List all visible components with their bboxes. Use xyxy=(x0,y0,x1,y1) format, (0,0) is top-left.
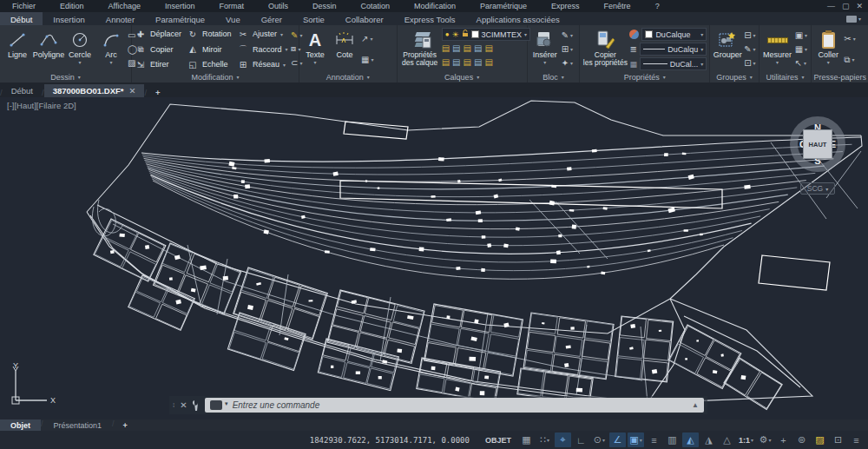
minimize-icon[interactable]: — xyxy=(827,2,835,10)
ribbon-tab-express-tools[interactable]: Express Tools xyxy=(394,12,466,25)
paste-dropdown-caret[interactable]: ▾ xyxy=(827,60,830,66)
ribbon-tab-gérer[interactable]: Gérer xyxy=(251,12,293,25)
new-drawing-tab-button[interactable]: + xyxy=(147,88,169,97)
menu-item-outils[interactable]: Outils xyxy=(256,2,300,10)
viewcube[interactable]: N O E S HAUT SCG▾ xyxy=(779,106,856,195)
restore-icon[interactable]: ▢ xyxy=(842,2,850,10)
arc-dropdown-caret[interactable]: ▾ xyxy=(109,60,112,66)
ucs-selector-button[interactable]: SCG▾ xyxy=(800,182,835,195)
panel-label-dessin[interactable]: Dessin▾ xyxy=(0,71,131,83)
menu-item-affichage[interactable]: Affichage xyxy=(96,2,153,10)
model-space-button[interactable]: OBJET xyxy=(480,436,516,445)
ribbon-tab-vue[interactable]: Vue xyxy=(215,12,251,25)
grid-icon[interactable]: ▦ xyxy=(518,432,535,447)
layer-tool-icon[interactable]: ▤ xyxy=(464,58,471,67)
viewport-controls-label[interactable]: [-][Haut][Filaire 2D] xyxy=(7,101,76,110)
menu-item-fichier[interactable]: Fichier xyxy=(0,2,48,10)
annotation-autoscale-icon[interactable]: ◮ xyxy=(700,432,717,447)
miroir-button[interactable]: ◭Miroir xyxy=(187,43,237,56)
layer-tool-icon[interactable]: ▤ xyxy=(484,44,492,53)
raccord-dropdown-caret[interactable]: ▾ xyxy=(286,46,288,52)
copy-clip-button[interactable]: ⧉▾ xyxy=(844,53,855,66)
déplacer-button[interactable]: ✚Déplacer xyxy=(135,27,187,41)
leader-button[interactable]: ↗▾ xyxy=(361,32,373,45)
command-line-dock[interactable]: ⁞ ✕ Entrez une commande ▲ xyxy=(169,396,707,414)
ribbon-tab-début[interactable]: Début xyxy=(0,12,43,25)
quick-select-button[interactable]: ▣▾ xyxy=(795,29,807,42)
plus-icon[interactable]: + xyxy=(775,432,792,447)
polar-tracking-icon[interactable]: ⊙▾ xyxy=(591,432,608,447)
ribbon-tab-paramétrique[interactable]: Paramétrique xyxy=(145,12,215,25)
edit-attributes-button[interactable]: ✎▾ xyxy=(562,29,573,42)
block-editor-button[interactable]: ✦▾ xyxy=(562,56,573,69)
clean-screen-icon[interactable]: ⊡ xyxy=(830,432,846,447)
command-history-caret[interactable]: ▲ xyxy=(692,401,699,409)
layout-tab-présentation1[interactable]: Présentation1 xyxy=(43,419,113,431)
ribbon-tab-annoter[interactable]: Annoter xyxy=(95,12,145,25)
group-edit-button[interactable]: ✎▾ xyxy=(744,43,755,56)
group-button[interactable]: Grouper xyxy=(713,27,742,71)
layout-tab-objet[interactable]: Objet xyxy=(0,419,41,431)
osnap-tracking-icon[interactable]: ∠ xyxy=(609,432,626,447)
annotation-scale-icon[interactable]: △ xyxy=(719,432,735,447)
echelle-button[interactable]: ◱Echelle xyxy=(187,57,237,71)
réseau-dropdown-caret[interactable]: ▾ xyxy=(283,62,286,68)
menu-item-edition[interactable]: Edition xyxy=(48,2,96,10)
group-select-button[interactable]: ⊡▾ xyxy=(744,56,755,69)
ribbon-tab-collaborer[interactable]: Collaborer xyxy=(335,12,394,25)
panel-label-calques[interactable]: Calques▾ xyxy=(398,71,527,83)
menu-item-express[interactable]: Express xyxy=(539,2,592,10)
color-dropdown[interactable]: DuCalque ▾ xyxy=(641,28,707,41)
layer-tool-icon[interactable]: ▤ xyxy=(484,58,492,67)
panel-label-proprietes[interactable]: Propriétés▾ xyxy=(580,71,709,83)
viewcube-ring[interactable]: N O E S HAUT xyxy=(790,116,845,172)
layer-dropdown[interactable]: ● ☀ 3CIMMTEX ▾ xyxy=(442,28,530,41)
layer-properties-button[interactable]: Propriétés des calque xyxy=(400,27,440,71)
text-button[interactable]: A Texte ▾ xyxy=(302,27,328,71)
drawing-canvas[interactable]: [-][Haut][Filaire 2D] N O E S HAUT SCG▾ … xyxy=(0,97,868,419)
table-button[interactable]: ▦▾ xyxy=(361,53,373,66)
command-wrench-icon[interactable] xyxy=(192,399,201,412)
menu-item-modification[interactable]: Modification xyxy=(402,2,468,10)
close-icon[interactable]: ✕ xyxy=(856,2,863,10)
command-grip[interactable]: ⁞ xyxy=(173,401,175,409)
id-point-button[interactable]: ↖▾ xyxy=(795,56,807,69)
menu-item-?[interactable]: ? xyxy=(643,2,672,10)
raccord-button[interactable]: ⌒Raccord▾ xyxy=(237,43,289,56)
menu-item-insertion[interactable]: Insertion xyxy=(153,2,207,10)
panel-label-groupes[interactable]: Groupes▾ xyxy=(710,71,758,83)
circle-button[interactable]: Cercle ▾ xyxy=(65,27,95,71)
layer-tool-icon[interactable]: ▤ xyxy=(452,44,460,53)
ribbon-tab-sortie[interactable]: Sortie xyxy=(293,12,335,25)
customize-icon[interactable]: ≡ xyxy=(848,432,865,447)
menu-item-paramtrique[interactable]: Paramétrique xyxy=(468,2,539,10)
command-icon[interactable] xyxy=(210,400,222,410)
circle-dropdown-caret[interactable]: ▾ xyxy=(78,60,81,66)
ajuster-button[interactable]: ✂Ajuster▾ xyxy=(237,27,289,41)
lineweight-dropdown[interactable]: DuCalqu ▾ xyxy=(640,43,707,56)
panel-label-presse-papiers[interactable]: Presse-papiers xyxy=(812,71,868,83)
ortho-icon[interactable]: ∟ xyxy=(573,432,589,447)
ungroup-button[interactable]: ⊟▾ xyxy=(744,29,755,42)
menu-item-format[interactable]: Format xyxy=(207,2,256,10)
workspace-icon[interactable]: ⊚ xyxy=(793,432,810,447)
command-input[interactable]: Entrez une commande ▲ xyxy=(205,398,704,413)
new-layout-button[interactable]: + xyxy=(115,419,136,431)
polyline-button[interactable]: Polyligne xyxy=(34,27,63,71)
insert-block-button[interactable]: Insérer ▾ xyxy=(530,27,560,71)
linetype-dropdown[interactable]: DuCal... ▾ xyxy=(640,57,707,70)
panel-label-bloc[interactable]: Bloc▾ xyxy=(528,71,580,83)
rotation-button[interactable]: ↻Rotation xyxy=(187,27,237,41)
isolate-objects-icon[interactable]: ▨ xyxy=(812,432,828,447)
create-block-button[interactable]: ⊞▾ xyxy=(562,43,573,56)
ribbon-tab-applications-associées[interactable]: Applications associées xyxy=(466,12,570,25)
ribbon-tab-insertion[interactable]: Insertion xyxy=(43,12,95,25)
panel-label-annotation[interactable]: Annotation▾ xyxy=(299,71,397,83)
lineweight-icon[interactable]: ≡ xyxy=(646,432,662,447)
command-close-icon[interactable]: ✕ xyxy=(180,400,187,410)
layer-tool-icon[interactable]: ▤ xyxy=(452,58,460,67)
file-tab-drawing[interactable]: 387000BO01.DXF*✕ xyxy=(44,84,145,97)
annotation-visibility-icon[interactable]: ◭ xyxy=(682,432,699,447)
layer-tool-icon[interactable]: ▤ xyxy=(474,44,482,53)
settings-gear-icon[interactable]: ⚙▾ xyxy=(757,432,773,447)
